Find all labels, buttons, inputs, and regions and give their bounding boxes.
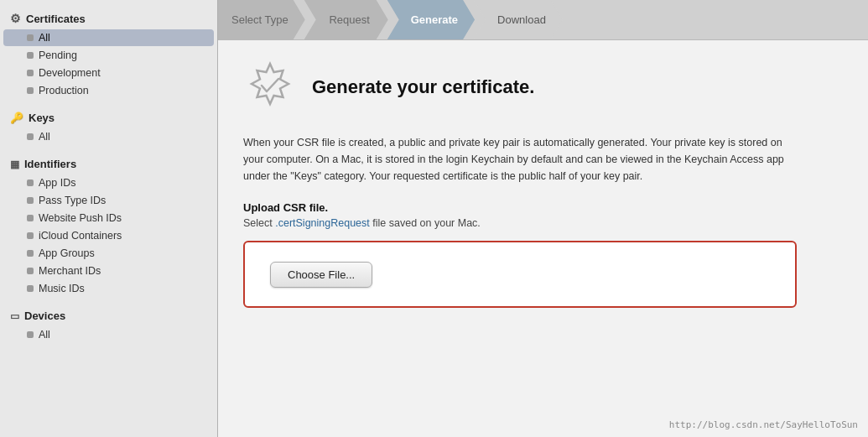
step-request[interactable]: Request <box>304 0 388 39</box>
dot-icon <box>27 70 34 76</box>
step-download[interactable]: Download <box>474 0 563 39</box>
sidebar-item-website-push-ids[interactable]: Website Push IDs <box>3 210 214 226</box>
content-area: Generate your certificate. When your CSR… <box>218 40 868 437</box>
step-generate[interactable]: Generate <box>387 0 475 39</box>
dot-icon <box>27 215 34 221</box>
cert-signing-request-link: .certSigningRequest <box>275 217 370 229</box>
main-content: Select Type Request Generate Download Ge… <box>218 0 868 437</box>
sidebar-item-app-groups[interactable]: App Groups <box>3 245 214 262</box>
dot-icon <box>27 285 34 292</box>
dot-icon <box>27 232 34 239</box>
sidebar-item-all-devices[interactable]: All <box>3 326 214 343</box>
dot-icon <box>27 197 34 204</box>
generate-title: Generate your certificate. <box>312 76 534 98</box>
sidebar-section-devices: ▭ Devices <box>0 304 217 325</box>
sidebar-item-production[interactable]: Production <box>3 82 214 99</box>
sidebar-item-icloud-containers[interactable]: iCloud Containers <box>3 227 214 244</box>
upload-section-title: Upload CSR file. <box>243 201 843 214</box>
choose-file-button[interactable]: Choose File... <box>270 262 372 288</box>
sidebar-item-merchant-ids[interactable]: Merchant IDs <box>3 263 214 279</box>
dot-icon <box>27 52 34 59</box>
keys-icon: 🔑 <box>10 112 23 124</box>
generate-header: Generate your certificate. <box>243 60 843 114</box>
upload-section-subtitle: Select .certSigningRequest file saved on… <box>243 217 843 229</box>
dot-icon <box>27 179 34 186</box>
certificate-badge-icon <box>243 60 297 114</box>
sidebar-item-development[interactable]: Development <box>3 65 214 81</box>
dot-icon <box>27 331 34 338</box>
devices-icon: ▭ <box>10 310 19 322</box>
sidebar-section-certificates: ⚙ Certificates <box>0 7 217 29</box>
dot-icon <box>27 34 34 41</box>
sidebar-item-music-ids[interactable]: Music IDs <box>3 280 214 297</box>
dot-icon <box>27 133 34 140</box>
dot-icon <box>27 250 34 257</box>
steps-bar: Select Type Request Generate Download <box>218 0 868 40</box>
sidebar-item-pending[interactable]: Pending <box>3 47 214 64</box>
sidebar-item-app-ids[interactable]: App IDs <box>3 174 214 191</box>
dot-icon <box>27 268 34 274</box>
sidebar-item-pass-type-ids[interactable]: Pass Type IDs <box>3 192 214 209</box>
generate-description: When your CSR file is created, a public … <box>243 134 788 185</box>
watermark: http://blog.csdn.net/SayHelloToSun <box>669 419 858 430</box>
dot-icon <box>27 87 34 94</box>
certificates-icon: ⚙ <box>10 12 21 25</box>
step-select-type[interactable]: Select Type <box>218 0 305 39</box>
sidebar-section-keys: 🔑 Keys <box>0 107 217 127</box>
identifiers-icon: ▦ <box>10 159 19 170</box>
sidebar-item-all-certs[interactable]: All <box>3 29 214 46</box>
sidebar-item-all-keys[interactable]: All <box>3 128 214 145</box>
sidebar: ⚙ Certificates All Pending Development P… <box>0 0 218 437</box>
sidebar-section-identifiers: ▦ Identifiers <box>0 153 217 174</box>
upload-drop-zone: Choose File... <box>243 241 797 308</box>
